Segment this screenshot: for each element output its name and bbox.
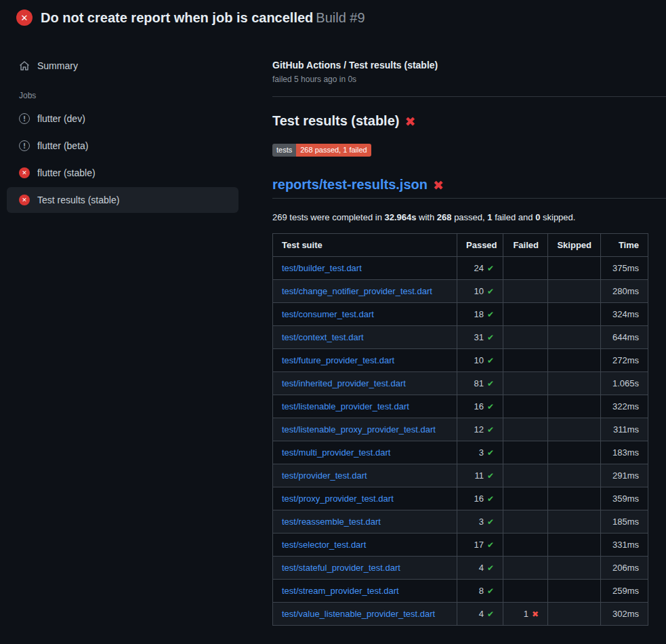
passed-cell: 12✔ bbox=[457, 418, 503, 441]
header-divider bbox=[272, 96, 666, 97]
passed-count: 24 bbox=[474, 263, 483, 273]
test-suite-link[interactable]: test/future_provider_test.dart bbox=[282, 355, 394, 365]
check-icon: ✔ bbox=[487, 287, 494, 296]
run-status-text: failed 5 hours ago in 0s bbox=[272, 75, 666, 84]
sidebar-job-item[interactable]: flutter (beta) bbox=[7, 133, 238, 159]
check-icon: ✔ bbox=[487, 356, 494, 365]
check-icon: ✔ bbox=[487, 494, 494, 504]
table-row: test/multi_provider_test.dart 3✔ 183ms bbox=[273, 441, 648, 464]
check-icon: ✔ bbox=[487, 379, 494, 388]
build-number: Build #9 bbox=[316, 10, 365, 25]
test-suite-link[interactable]: test/selector_test.dart bbox=[282, 540, 366, 550]
job-status-icon bbox=[19, 195, 30, 205]
passed-count: 16 bbox=[474, 494, 483, 504]
summary-segment: 1 bbox=[487, 212, 492, 222]
passed-cell: 31✔ bbox=[457, 326, 503, 349]
check-icon: ✔ bbox=[487, 425, 494, 435]
table-row: test/consumer_test.dart 18✔ 324ms bbox=[273, 303, 648, 326]
table-row: test/value_listenable_provider_test.dart… bbox=[273, 603, 648, 626]
failed-cell bbox=[503, 303, 548, 326]
passed-cell: 24✔ bbox=[457, 257, 503, 280]
table-row: test/proxy_provider_test.dart 16✔ 359ms bbox=[273, 487, 648, 510]
job-status-icon bbox=[19, 113, 30, 124]
passed-cell: 17✔ bbox=[457, 534, 503, 557]
time-cell: 302ms bbox=[601, 603, 648, 626]
check-icon: ✔ bbox=[487, 264, 494, 273]
report-file-link[interactable]: reports/test-results.json bbox=[272, 177, 428, 193]
skipped-cell bbox=[548, 280, 601, 303]
job-label: Test results (stable) bbox=[37, 195, 119, 205]
failed-cross-icon bbox=[404, 114, 415, 129]
passed-count: 4 bbox=[479, 609, 484, 619]
check-icon: ✔ bbox=[487, 310, 494, 319]
test-suite-link[interactable]: test/stateful_provider_test.dart bbox=[282, 563, 400, 573]
summary-segment: 268 bbox=[437, 212, 452, 222]
table-row: test/inherited_provider_test.dart 81✔ 1.… bbox=[273, 372, 648, 395]
check-icon: ✔ bbox=[487, 586, 494, 596]
table-row: test/listenable_provider_test.dart 16✔ 3… bbox=[273, 395, 648, 418]
passed-cell: 11✔ bbox=[457, 464, 503, 487]
skipped-cell bbox=[548, 603, 601, 626]
failed-count: 1 bbox=[524, 609, 528, 619]
sidebar-item-summary[interactable]: Summary bbox=[7, 53, 238, 79]
badge-value: 268 passed, 1 failed bbox=[296, 144, 371, 157]
failed-cross-icon bbox=[433, 178, 444, 193]
passed-count: 10 bbox=[474, 286, 483, 296]
sidebar-job-item[interactable]: Test results (stable) bbox=[7, 187, 238, 213]
section-title: Test results (stable) bbox=[272, 113, 399, 129]
summary-segment: 269 tests were completed in bbox=[272, 212, 384, 222]
test-suite-link[interactable]: test/listenable_provider_test.dart bbox=[282, 401, 409, 411]
github-actions-run-page: Do not create report when job is cancell… bbox=[0, 0, 666, 626]
failed-cell bbox=[503, 510, 548, 534]
time-cell: 311ms bbox=[601, 418, 648, 441]
test-suite-link[interactable]: test/multi_provider_test.dart bbox=[282, 447, 390, 458]
test-suite-link[interactable]: test/change_notifier_provider_test.dart bbox=[282, 286, 432, 296]
sidebar-job-item[interactable]: flutter (stable) bbox=[7, 160, 238, 186]
skipped-cell bbox=[548, 510, 601, 534]
passed-count: 4 bbox=[479, 563, 484, 573]
skipped-cell bbox=[548, 418, 601, 441]
check-icon: ✔ bbox=[487, 609, 494, 619]
failed-cell bbox=[503, 395, 548, 418]
check-icon: ✔ bbox=[487, 402, 494, 411]
time-cell: 322ms bbox=[601, 395, 648, 418]
cross-icon: ✖ bbox=[532, 609, 539, 619]
passed-count: 17 bbox=[474, 540, 483, 550]
tests-summary-text: 269 tests were completed in 32.964s with… bbox=[272, 212, 666, 222]
check-icon: ✔ bbox=[487, 333, 494, 342]
test-suite-link[interactable]: test/provider_test.dart bbox=[282, 470, 367, 481]
passed-cell: 16✔ bbox=[457, 487, 503, 510]
test-suite-link[interactable]: test/builder_test.dart bbox=[282, 263, 362, 273]
passed-cell: 16✔ bbox=[457, 395, 503, 418]
badge-label: tests bbox=[272, 144, 296, 157]
time-cell: 644ms bbox=[601, 326, 648, 349]
tests-badge: tests268 passed, 1 failed bbox=[272, 144, 371, 157]
report-heading: reports/test-results.json bbox=[272, 177, 666, 199]
jobs-list: flutter (dev) flutter (beta) flutter (st… bbox=[0, 106, 253, 213]
sidebar-job-item[interactable]: flutter (dev) bbox=[7, 106, 238, 132]
time-cell: 272ms bbox=[601, 349, 648, 372]
passed-count: 81 bbox=[474, 378, 483, 388]
check-icon: ✔ bbox=[487, 448, 494, 458]
test-suite-link[interactable]: test/context_test.dart bbox=[282, 332, 364, 342]
failed-cell bbox=[503, 580, 548, 603]
passed-count: 11 bbox=[474, 470, 484, 481]
test-suite-link[interactable]: test/inherited_provider_test.dart bbox=[282, 378, 406, 388]
test-suite-link[interactable]: test/stream_provider_test.dart bbox=[282, 586, 399, 596]
passed-cell: 4✔ bbox=[457, 557, 503, 580]
summary-segment: failed and bbox=[493, 212, 536, 222]
skipped-cell bbox=[548, 580, 601, 603]
section-heading: Test results (stable) bbox=[272, 113, 666, 129]
passed-cell: 4✔ bbox=[457, 603, 503, 626]
passed-count: 31 bbox=[474, 332, 483, 342]
test-suite-link[interactable]: test/value_listenable_provider_test.dart bbox=[282, 609, 435, 619]
passed-count: 3 bbox=[479, 517, 484, 527]
summary-segment: 32.964s bbox=[384, 212, 416, 222]
test-suite-link[interactable]: test/proxy_provider_test.dart bbox=[282, 494, 394, 504]
table-row: test/selector_test.dart 17✔ 331ms bbox=[273, 534, 648, 557]
skipped-cell bbox=[548, 303, 601, 326]
test-suite-link[interactable]: test/reassemble_test.dart bbox=[282, 517, 381, 527]
test-suite-link[interactable]: test/listenable_proxy_provider_test.dart bbox=[282, 424, 436, 435]
col-header-failed: Failed bbox=[503, 234, 548, 257]
test-suite-link[interactable]: test/consumer_test.dart bbox=[282, 309, 374, 319]
